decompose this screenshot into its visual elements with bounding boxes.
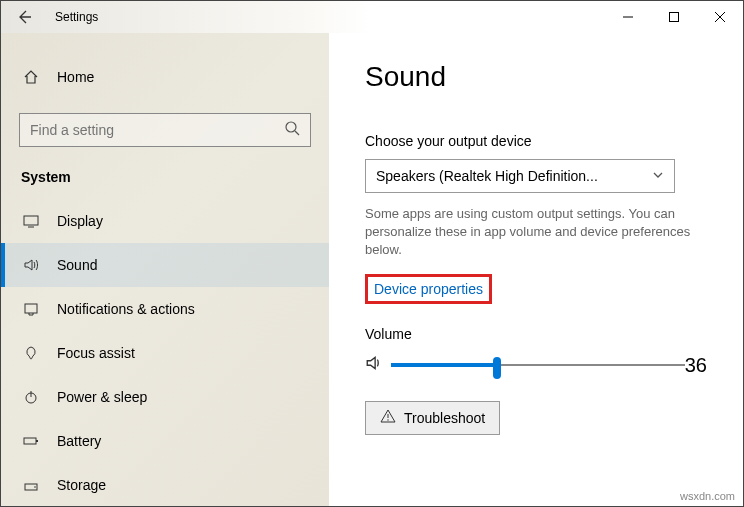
sidebar-home-label: Home: [57, 69, 94, 85]
troubleshoot-label: Troubleshoot: [404, 410, 485, 426]
storage-icon: [21, 477, 41, 493]
back-button[interactable]: [1, 1, 47, 33]
close-icon: [715, 12, 725, 22]
svg-rect-11: [24, 438, 36, 444]
sidebar-item-label: Power & sleep: [57, 389, 147, 405]
window-title: Settings: [55, 10, 98, 24]
minimize-icon: [623, 12, 633, 22]
output-note: Some apps are using custom output settin…: [365, 205, 707, 260]
troubleshoot-button[interactable]: Troubleshoot: [365, 401, 500, 435]
volume-row: 36: [365, 354, 707, 377]
sidebar-item-battery[interactable]: Battery: [1, 419, 329, 463]
sidebar-item-label: Battery: [57, 433, 101, 449]
sidebar-item-focus-assist[interactable]: Focus assist: [1, 331, 329, 375]
sidebar-item-label: Sound: [57, 257, 97, 273]
battery-icon: [21, 433, 41, 449]
sidebar-item-label: Notifications & actions: [57, 301, 195, 317]
sidebar-item-label: Storage: [57, 477, 106, 493]
sidebar-home[interactable]: Home: [1, 57, 329, 97]
search-input[interactable]: [30, 122, 284, 138]
slider-fill: [391, 363, 497, 367]
volume-label: Volume: [365, 326, 707, 342]
page-title: Sound: [365, 61, 707, 93]
output-device-value: Speakers (Realtek High Definition...: [376, 168, 652, 184]
back-arrow-icon: [16, 9, 32, 25]
window-controls: [605, 1, 743, 33]
output-device-dropdown[interactable]: Speakers (Realtek High Definition...: [365, 159, 675, 193]
sidebar-item-display[interactable]: Display: [1, 199, 329, 243]
svg-rect-12: [36, 440, 38, 442]
titlebar: Settings: [1, 1, 743, 33]
sidebar: Home System Display Sound Notifications …: [1, 33, 329, 506]
focus-assist-icon: [21, 345, 41, 361]
sidebar-item-sound[interactable]: Sound: [1, 243, 329, 287]
content: Home System Display Sound Notifications …: [1, 33, 743, 506]
maximize-button[interactable]: [651, 1, 697, 33]
svg-rect-6: [24, 216, 38, 225]
svg-rect-8: [25, 304, 37, 313]
warning-icon: [380, 408, 396, 428]
close-button[interactable]: [697, 1, 743, 33]
svg-line-5: [295, 131, 299, 135]
svg-point-4: [286, 122, 296, 132]
sidebar-item-label: Focus assist: [57, 345, 135, 361]
home-icon: [21, 69, 41, 85]
search-icon: [284, 120, 300, 140]
notifications-icon: [21, 301, 41, 317]
svg-rect-1: [670, 13, 679, 22]
main-panel: Sound Choose your output device Speakers…: [329, 33, 743, 506]
sidebar-item-label: Display: [57, 213, 103, 229]
sidebar-item-storage[interactable]: Storage: [1, 463, 329, 506]
display-icon: [21, 213, 41, 229]
slider-thumb[interactable]: [493, 357, 501, 379]
search-box[interactable]: [19, 113, 311, 147]
volume-value: 36: [685, 354, 707, 377]
minimize-button[interactable]: [605, 1, 651, 33]
device-properties-link[interactable]: Device properties: [365, 274, 492, 304]
device-properties-text: Device properties: [374, 281, 483, 297]
maximize-icon: [669, 12, 679, 22]
sidebar-item-notifications[interactable]: Notifications & actions: [1, 287, 329, 331]
sound-icon: [21, 257, 41, 273]
output-device-label: Choose your output device: [365, 133, 707, 149]
watermark: wsxdn.com: [680, 490, 735, 502]
sidebar-category: System: [1, 169, 329, 185]
sidebar-item-power-sleep[interactable]: Power & sleep: [1, 375, 329, 419]
power-icon: [21, 389, 41, 405]
speaker-icon[interactable]: [365, 354, 383, 376]
svg-point-16: [387, 419, 388, 420]
volume-slider[interactable]: [391, 355, 685, 375]
svg-point-14: [34, 486, 36, 488]
chevron-down-icon: [652, 167, 664, 185]
